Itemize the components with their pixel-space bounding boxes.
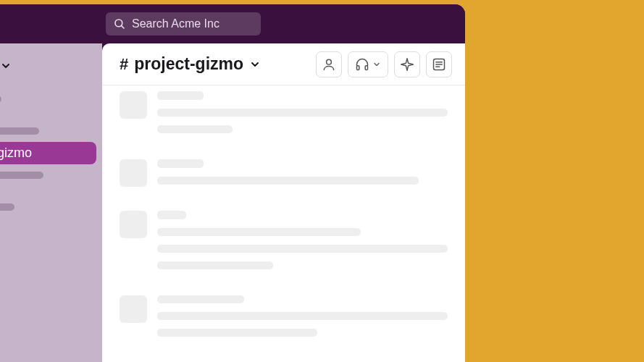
search-placeholder: Search Acme Inc [132, 17, 219, 30]
avatar-placeholder [120, 295, 147, 323]
text-placeholder [157, 228, 361, 236]
sidebar-item-placeholder[interactable] [0, 203, 14, 211]
text-placeholder [157, 159, 204, 168]
workspace-switcher[interactable]: Inc [0, 56, 102, 81]
avatar-placeholder [120, 159, 147, 187]
sidebar: Inc ject-gizmo [0, 43, 102, 362]
huddle-button[interactable] [348, 51, 388, 77]
chevron-down-icon [372, 60, 381, 69]
sidebar-item-label: ject-gizmo [0, 146, 32, 160]
svg-rect-3 [357, 65, 359, 70]
hash-icon: # [120, 55, 128, 74]
avatar-placeholder [120, 211, 147, 238]
text-placeholder [157, 177, 419, 185]
sparkle-icon [400, 57, 414, 72]
text-placeholder [157, 312, 448, 320]
chevron-down-icon [0, 60, 12, 72]
notes-button[interactable] [426, 51, 452, 77]
svg-line-1 [121, 25, 124, 28]
channel-name[interactable]: project-gizmo [134, 54, 243, 74]
search-icon [113, 17, 126, 30]
svg-rect-4 [365, 65, 367, 70]
text-placeholder [157, 245, 448, 253]
text-placeholder [157, 261, 273, 269]
text-placeholder [157, 109, 448, 117]
message-placeholder [120, 295, 448, 345]
note-icon [432, 57, 446, 72]
text-placeholder [157, 91, 204, 100]
members-button[interactable] [316, 51, 342, 77]
channel-header: # project-gizmo [102, 43, 465, 85]
slack-app-window: Search Acme Inc Inc ject-gizmo [0, 4, 465, 362]
text-placeholder [157, 125, 233, 133]
sidebar-item-placeholder[interactable] [0, 96, 1, 103]
svg-point-2 [327, 59, 332, 64]
canvas-button[interactable] [394, 51, 420, 77]
message-list [102, 85, 465, 362]
sidebar-item-placeholder[interactable] [0, 172, 43, 179]
main-panel: # project-gizmo [102, 43, 465, 362]
headphones-icon [355, 57, 369, 72]
sidebar-item-placeholder[interactable] [0, 127, 39, 135]
message-placeholder [120, 211, 448, 278]
avatar-placeholder [120, 91, 147, 119]
sidebar-item-project-gizmo[interactable]: ject-gizmo [0, 142, 96, 164]
text-placeholder [157, 329, 317, 337]
text-placeholder [157, 295, 244, 303]
message-placeholder [120, 159, 448, 193]
person-icon [322, 57, 336, 72]
chevron-down-icon[interactable] [249, 59, 261, 70]
search-input[interactable]: Search Acme Inc [106, 12, 261, 35]
message-placeholder [120, 91, 448, 142]
top-bar: Search Acme Inc [0, 4, 465, 43]
text-placeholder [157, 211, 186, 219]
